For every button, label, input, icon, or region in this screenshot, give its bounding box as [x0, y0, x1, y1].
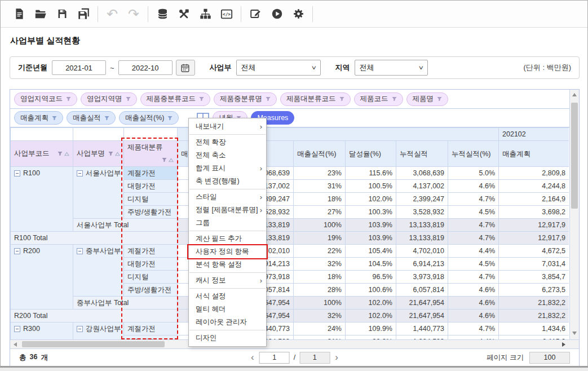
value-cell[interactable]: 6,273,5	[499, 284, 569, 297]
category-cell[interactable]: 계절가전	[124, 167, 178, 180]
division-total-cell[interactable]: 서울사업부 Total	[73, 219, 178, 232]
value-cell[interactable]: 21,647,954	[396, 297, 448, 310]
collapse-icon[interactable]	[77, 170, 83, 176]
value-cell[interactable]: 4,244,8	[499, 180, 569, 193]
collapse-icon[interactable]	[14, 170, 20, 176]
run-button[interactable]	[266, 4, 288, 24]
division-code-cell[interactable]: R200	[11, 245, 73, 310]
menu-item[interactable]: 레이아웃 관리자	[189, 316, 266, 329]
row-field-chip[interactable]: 제품중분류코드	[140, 92, 211, 106]
value-cell[interactable]: 4.4%	[448, 245, 499, 258]
value-cell[interactable]: 103.9%	[346, 219, 396, 232]
value-cell[interactable]: 105.4%	[346, 245, 396, 258]
settings-button[interactable]	[288, 4, 309, 24]
prev-page-icon[interactable]: ‹	[250, 352, 255, 363]
value-cell[interactable]: 4,137,002	[396, 180, 448, 193]
value-cell[interactable]: 100.6%	[346, 284, 396, 297]
value-cell[interactable]: 2,164,9	[499, 193, 569, 206]
value-cell[interactable]: 100%	[294, 297, 346, 310]
value-cell[interactable]: 23%	[294, 167, 346, 180]
category-cell[interactable]: 대형가전	[124, 258, 178, 271]
value-cell[interactable]: 115.6%	[346, 167, 396, 180]
row-header-cell[interactable]: 사업부명	[73, 141, 124, 167]
value-cell[interactable]: 31%	[294, 180, 346, 193]
value-cell[interactable]: 21,832,2	[499, 310, 569, 323]
measure-field-chip[interactable]: 매출실적(%)	[119, 111, 179, 125]
value-cell[interactable]: 102.0%	[346, 297, 396, 310]
value-cell[interactable]: 4.7%	[448, 193, 499, 206]
row-field-chip[interactable]: 영업지역코드	[14, 92, 77, 106]
value-cell[interactable]: 3,068,639	[396, 167, 448, 180]
tools-button[interactable]	[173, 4, 194, 24]
region-select[interactable]: 전체˅	[355, 60, 428, 76]
row-field-chip[interactable]: 제품중분류명	[214, 92, 277, 106]
value-cell[interactable]: 3,854,7	[499, 271, 569, 284]
division-select[interactable]: 전체˅	[236, 60, 321, 76]
value-cell[interactable]: 13,133,819	[396, 232, 448, 245]
menu-item[interactable]: 계산 필드 추가	[189, 232, 266, 245]
column-header-cell[interactable]: 누적실적	[396, 141, 448, 167]
measure-field-chip[interactable]: 매출계획	[14, 111, 63, 125]
value-cell[interactable]: 100.3%	[346, 206, 396, 219]
row-header-cell[interactable]: 사업부코드	[11, 141, 73, 167]
row-field-chip[interactable]: 제품코드	[354, 92, 403, 106]
row-field-chip[interactable]: 제품명	[406, 92, 449, 106]
database-button[interactable]	[152, 4, 173, 24]
menu-item[interactable]: 내보내기›	[189, 120, 266, 133]
value-cell[interactable]: 4.4%	[448, 335, 499, 340]
value-cell[interactable]: 27%	[294, 206, 346, 219]
value-cell[interactable]: 4.7%	[448, 219, 499, 232]
value-cell[interactable]: 90.9%	[346, 335, 396, 340]
next-page-icon[interactable]: ›	[334, 352, 339, 363]
value-cell[interactable]: 19%	[294, 232, 346, 245]
menu-item[interactable]: 멀티 헤더	[189, 303, 266, 316]
value-cell[interactable]: 4,672,5	[499, 245, 569, 258]
menu-item[interactable]: 스타일›	[189, 191, 266, 204]
division-name-cell[interactable]: 중부사업부	[73, 245, 124, 297]
value-cell[interactable]: 3,528,932	[396, 206, 448, 219]
value-cell[interactable]: 1,440,773	[396, 323, 448, 335]
value-cell[interactable]: 3,973,918	[396, 271, 448, 284]
scroll-right-icon[interactable]	[562, 342, 565, 347]
value-cell[interactable]: 13,133,819	[396, 219, 448, 232]
column-header-cell[interactable]: 달성율(%)	[346, 141, 396, 167]
value-cell[interactable]: 32%	[294, 310, 346, 323]
value-cell[interactable]: 7,031,4	[499, 258, 569, 271]
value-cell[interactable]: 2,399,247	[396, 193, 448, 206]
division-name-cell[interactable]: 서울사업부	[73, 167, 124, 219]
value-cell[interactable]: 6,914,213	[396, 258, 448, 271]
value-cell[interactable]: 31%	[294, 335, 346, 340]
value-cell[interactable]: 1,434,6	[499, 323, 569, 335]
value-cell[interactable]: 102.0%	[346, 193, 396, 206]
value-cell[interactable]: 18%	[294, 271, 346, 284]
value-cell[interactable]: 4.6%	[448, 310, 499, 323]
value-cell[interactable]: 28%	[294, 284, 346, 297]
horizontal-scroll-thumb[interactable]	[22, 341, 165, 347]
category-cell[interactable]: 디지털	[124, 193, 178, 206]
division-code-cell[interactable]: R100	[11, 167, 73, 232]
category-cell[interactable]: 계절가전	[124, 245, 178, 258]
value-cell[interactable]: 12,917,9	[499, 232, 569, 245]
vertical-scroll-thumb[interactable]	[571, 103, 578, 209]
period-from-input[interactable]	[52, 60, 106, 75]
menu-item[interactable]: 정렬 [제품대분류명]›	[189, 204, 266, 217]
edit-button[interactable]	[245, 4, 266, 24]
value-cell[interactable]: 2,809,8	[499, 167, 569, 180]
menu-item[interactable]: 축 변경(행/렬)	[189, 175, 266, 188]
open-button[interactable]	[30, 4, 51, 24]
value-cell[interactable]: 4.7%	[448, 271, 499, 284]
value-cell[interactable]: 100%	[294, 219, 346, 232]
row-field-chip[interactable]: 영업지역명	[81, 92, 137, 106]
value-cell[interactable]: 100.5%	[346, 180, 396, 193]
new-document-button[interactable]	[8, 4, 30, 24]
value-cell[interactable]: 5.0%	[448, 167, 499, 180]
collapse-icon[interactable]	[77, 326, 83, 332]
value-cell[interactable]: 109.9%	[346, 323, 396, 335]
category-cell[interactable]: 디지털	[124, 271, 178, 284]
category-cell[interactable]: 주방/생활가전	[124, 284, 178, 297]
column-header-cell[interactable]: 매출계획	[499, 141, 569, 167]
period-to-input[interactable]	[118, 60, 173, 75]
redo-button[interactable]: ↷	[123, 4, 144, 24]
value-cell[interactable]: 103.9%	[346, 232, 396, 245]
collapse-icon[interactable]	[14, 248, 20, 254]
